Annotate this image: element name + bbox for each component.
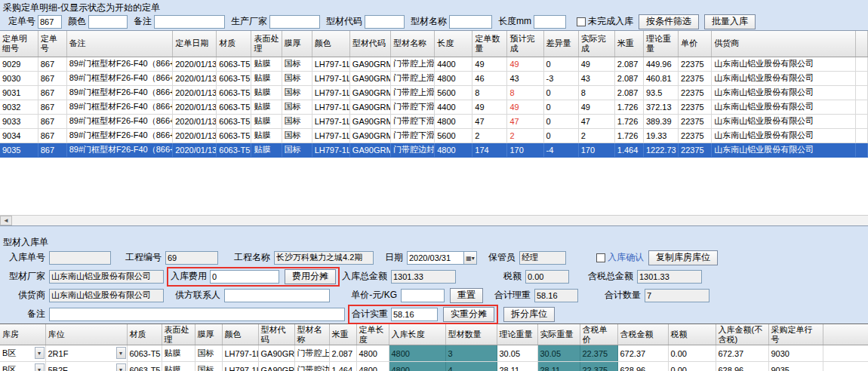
- qty-total-field[interactable]: [645, 289, 709, 302]
- cell[interactable]: 贴膜: [162, 362, 195, 371]
- date-field[interactable]: [407, 251, 464, 265]
- factory-field[interactable]: [49, 270, 164, 284]
- table-row[interactable]: 903286789#门框型材F26-F40（866+867）2020/01/13…: [0, 100, 868, 114]
- cell[interactable]: 门带腔边封: [294, 362, 329, 371]
- table-row[interactable]: 902986789#门框型材F26-F40（866+867）2020/01/13…: [0, 57, 868, 71]
- project-name-field[interactable]: [274, 251, 374, 265]
- cell[interactable]: 672.37: [617, 345, 668, 362]
- column-header[interactable]: 型材名称: [294, 324, 329, 345]
- cell[interactable]: 4800: [389, 362, 445, 371]
- copy-warehouse-button[interactable]: 复制库房库位: [648, 250, 718, 265]
- keeper-field[interactable]: [519, 251, 566, 265]
- filter-input-4[interactable]: [365, 15, 405, 29]
- cell[interactable]: 国标: [195, 345, 222, 362]
- column-header[interactable]: 理论重量: [497, 324, 537, 345]
- dropdown-arrow-icon[interactable]: ▾: [35, 363, 45, 371]
- column-header[interactable]: 米重: [614, 31, 643, 57]
- column-header[interactable]: 单价: [679, 31, 712, 57]
- cell[interactable]: 672.37: [716, 345, 768, 362]
- cell[interactable]: 2R1F▾: [45, 345, 127, 362]
- actual-total-field[interactable]: [391, 308, 438, 321]
- cell[interactable]: GA90GRM03: [258, 345, 294, 362]
- column-header[interactable]: 税额: [668, 324, 716, 345]
- table-row[interactable]: 903586789#门框型材F26-F40（866+867）2020/01/13…: [0, 143, 868, 157]
- cell[interactable]: 628.96: [617, 362, 668, 371]
- cell[interactable]: 9030: [768, 345, 823, 362]
- supplier-field[interactable]: [49, 289, 164, 302]
- fee-field[interactable]: [210, 270, 279, 284]
- cell[interactable]: 5B2F▾: [45, 362, 127, 371]
- column-header[interactable]: 库位: [45, 324, 127, 345]
- reset-button[interactable]: 重置: [450, 288, 483, 303]
- cell[interactable]: 6063-T5: [127, 362, 162, 371]
- table-row[interactable]: B区▾5B2F▾6063-T5贴膜国标LH797-1LL0GA90GRM05门带…: [0, 362, 868, 371]
- column-header[interactable]: 预计完成: [507, 31, 543, 57]
- unfinished-checkbox[interactable]: [577, 17, 586, 26]
- cell[interactable]: 22.375: [580, 362, 617, 371]
- dropdown-arrow-icon[interactable]: ▾: [116, 363, 126, 371]
- column-header[interactable]: 膜厚: [282, 31, 312, 57]
- column-header[interactable]: 库房: [0, 324, 45, 345]
- scroll-left-icon[interactable]: ◄: [0, 216, 12, 225]
- cell[interactable]: LH797-1LL0: [222, 362, 258, 371]
- cell[interactable]: 0.00: [668, 362, 716, 371]
- filter-by-condition-button[interactable]: 按条件筛选: [639, 14, 699, 29]
- batch-inbound-button[interactable]: 批量入库: [704, 14, 756, 29]
- dropdown-arrow-icon[interactable]: ▾: [116, 347, 126, 359]
- column-header[interactable]: 定单数量: [472, 31, 507, 57]
- filter-input-5[interactable]: [449, 15, 492, 29]
- cell[interactable]: 国标: [195, 362, 222, 371]
- column-header[interactable]: 定单长度: [356, 324, 389, 345]
- cell[interactable]: 30.05: [497, 345, 537, 362]
- contact-field[interactable]: [224, 289, 330, 302]
- cell[interactable]: 2.087: [329, 345, 356, 362]
- cell[interactable]: 22.375: [580, 345, 617, 362]
- horizontal-scrollbar[interactable]: ◄: [0, 215, 868, 225]
- column-header[interactable]: 采购定单行号: [768, 324, 823, 345]
- table-row[interactable]: 903486789#门框型材F26-F40（866+867）2020/01/13…: [0, 128, 868, 143]
- column-header[interactable]: 入库长度: [389, 324, 445, 345]
- remark-field[interactable]: [49, 308, 345, 321]
- inbound-no-field[interactable]: [49, 251, 111, 265]
- column-header[interactable]: 颜色: [312, 31, 349, 57]
- cell[interactable]: B区▾: [0, 362, 45, 371]
- column-header[interactable]: 含税金额: [617, 324, 668, 345]
- table-row[interactable]: B区▾2R1F▾6063-T5贴膜国标LH797-1LL0GA90GRM03门带…: [0, 345, 868, 362]
- inbound-confirm-checkbox[interactable]: [596, 253, 605, 262]
- column-header[interactable]: 表面处理: [251, 31, 282, 57]
- column-header[interactable]: 入库金额(不含税): [716, 324, 768, 345]
- cell[interactable]: 9035: [768, 362, 823, 371]
- cell[interactable]: 门带腔上滑: [294, 345, 329, 362]
- column-header[interactable]: 材质: [217, 31, 251, 57]
- column-header[interactable]: 定单号: [38, 31, 66, 57]
- calendar-dropdown-icon[interactable]: ▦▾: [464, 251, 477, 265]
- tax-total-field[interactable]: [637, 270, 702, 284]
- cell[interactable]: 28.11: [537, 362, 580, 371]
- column-header[interactable]: 差异量: [543, 31, 578, 57]
- cell[interactable]: 4800: [356, 345, 389, 362]
- column-header[interactable]: 定单明细号: [0, 31, 38, 57]
- filter-input-3[interactable]: [269, 15, 320, 29]
- cell[interactable]: 4800: [389, 345, 445, 362]
- cell[interactable]: 628.96: [716, 362, 768, 371]
- column-header[interactable]: 表面处理: [162, 324, 195, 345]
- column-header[interactable]: 颜色: [222, 324, 258, 345]
- cell[interactable]: 30.05: [537, 345, 580, 362]
- split-location-button[interactable]: 拆分库位: [503, 307, 555, 322]
- cell[interactable]: 1.464: [329, 362, 356, 371]
- filter-input-0[interactable]: [38, 15, 62, 29]
- column-header[interactable]: 型材名称: [390, 31, 434, 57]
- filter-input-2[interactable]: [154, 15, 225, 29]
- cell[interactable]: 3: [445, 345, 497, 362]
- column-header[interactable]: 材质: [127, 324, 162, 345]
- column-header[interactable]: 供货商: [712, 31, 856, 57]
- dropdown-arrow-icon[interactable]: ▾: [35, 347, 45, 359]
- project-no-field[interactable]: [165, 251, 218, 265]
- column-header[interactable]: 长度: [435, 31, 472, 57]
- cell[interactable]: 4800: [356, 362, 389, 371]
- theory-total-field[interactable]: [534, 289, 578, 302]
- unit-price-field[interactable]: [401, 289, 445, 302]
- filter-input-6[interactable]: [534, 15, 566, 29]
- cell[interactable]: 4: [445, 362, 497, 371]
- cell[interactable]: LH797-1LL0: [222, 345, 258, 362]
